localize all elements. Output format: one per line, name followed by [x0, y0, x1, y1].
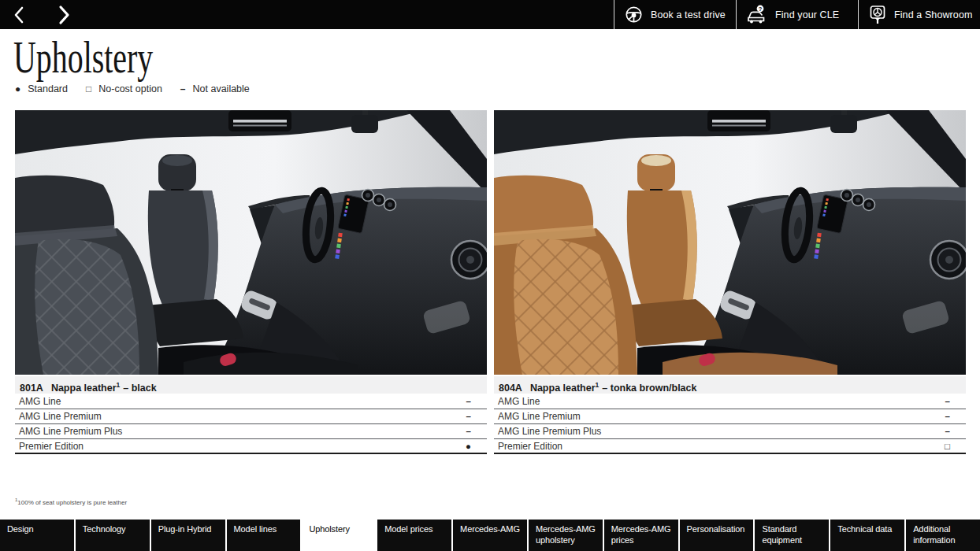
showroom-sign-icon — [869, 5, 886, 25]
topbar-button-label: Find your CLE — [775, 9, 839, 20]
availability-symbol: – — [945, 427, 966, 436]
top-bar: Book a test drive ? Find your CLE — [0, 0, 980, 29]
trim-label: AMG Line — [19, 396, 61, 407]
tab-technology[interactable]: Technology — [76, 520, 151, 551]
topbar-button-label: Book a test drive — [651, 9, 726, 20]
option-variant: – black — [123, 383, 156, 394]
table-row: Premier Edition ● — [15, 439, 487, 454]
availability-symbol: – — [466, 427, 487, 436]
legend-label: Standard — [28, 83, 68, 94]
option-caption: 801ANappa leather1– black — [15, 376, 487, 394]
table-row: AMG Line Premium Plus – — [15, 424, 487, 439]
next-page-button[interactable] — [53, 5, 73, 25]
trim-label: AMG Line Premium — [19, 411, 102, 422]
legend-item-standard: ● Standard — [15, 83, 68, 94]
upholstery-option-801A: 801ANappa leather1– black AMG Line – AMG… — [15, 110, 487, 454]
standard-symbol: ● — [15, 83, 20, 94]
table-row: AMG Line – — [15, 394, 487, 409]
chevron-right-icon — [54, 5, 72, 25]
option-name: Nappa leather — [530, 383, 596, 394]
legend-label: Not available — [193, 83, 250, 94]
topbar-spacer — [73, 0, 614, 29]
find-your-cle-button[interactable]: ? Find your CLE — [736, 0, 858, 29]
car-interior-illustration — [15, 110, 487, 375]
availability-table: AMG Line – AMG Line Premium – AMG Line P… — [15, 394, 487, 454]
trim-label: Premier Edition — [19, 441, 84, 452]
option-caption: 804ANappa leather1– tonka brown/black — [494, 376, 966, 394]
interior-image-black — [15, 110, 487, 375]
table-row: Premier Edition □ — [494, 439, 966, 454]
availability-legend: ● Standard □ No-cost option – Not availa… — [15, 83, 268, 94]
chevron-left-icon — [12, 6, 26, 24]
trim-label: AMG Line Premium — [498, 411, 581, 422]
tab-model-lines[interactable]: Model lines — [227, 520, 303, 551]
no-cost-symbol: □ — [86, 83, 91, 94]
previous-page-button[interactable] — [9, 5, 29, 25]
page-title: Upholstery — [13, 35, 153, 80]
trim-label: AMG Line Premium Plus — [498, 426, 601, 437]
availability-symbol: – — [466, 397, 487, 406]
option-code: 801A — [20, 383, 43, 394]
tab-mercedes-amg-upholstery[interactable]: Mercedes-AMG upholstery — [529, 520, 604, 551]
trim-label: Premier Edition — [498, 441, 562, 452]
not-available-symbol: – — [180, 83, 186, 94]
tab-model-prices[interactable]: Model prices — [377, 520, 453, 551]
table-row: AMG Line – — [494, 394, 966, 409]
car-interior-illustration — [494, 110, 966, 375]
trim-label: AMG Line — [498, 396, 540, 407]
availability-symbol: – — [945, 397, 966, 406]
tab-mercedes-amg[interactable]: Mercedes-AMG — [453, 520, 529, 551]
option-code: 804A — [499, 383, 522, 394]
availability-symbol: ● — [466, 442, 487, 451]
footnote-text: 100% of seat upholstery is pure leather — [17, 499, 127, 506]
legend-label: No-cost option — [98, 83, 162, 94]
tab-standard-equipment[interactable]: Standard equipment — [755, 520, 830, 551]
availability-table: AMG Line – AMG Line Premium – AMG Line P… — [494, 394, 966, 454]
book-test-drive-button[interactable]: Book a test drive — [614, 0, 736, 29]
legend-item-not-available: – Not available — [180, 83, 250, 94]
tab-additional-information[interactable]: Additional information — [906, 520, 980, 551]
table-row: AMG Line Premium Plus – — [494, 424, 966, 439]
tab-upholstery[interactable]: Upholstery — [302, 520, 377, 551]
car-question-icon: ? — [747, 5, 767, 24]
steering-wheel-icon — [625, 6, 643, 24]
footnote: 1100% of seat upholstery is pure leather — [15, 497, 127, 506]
topbar-button-label: Find a Showroom — [894, 9, 972, 20]
tab-mercedes-amg-prices[interactable]: Mercedes-AMG prices — [604, 520, 680, 551]
availability-symbol: – — [466, 412, 487, 421]
tab-plug-in-hybrid[interactable]: Plug-in Hybrid — [151, 520, 227, 551]
availability-symbol: □ — [945, 442, 966, 451]
availability-symbol: – — [945, 412, 966, 421]
tab-technical-data[interactable]: Technical data — [830, 520, 906, 551]
trim-label: AMG Line Premium Plus — [19, 426, 122, 437]
tab-personalisation[interactable]: Personalisation — [680, 520, 755, 551]
find-a-showroom-button[interactable]: Find a Showroom — [858, 0, 980, 29]
section-tab-bar: Design Technology Plug-in Hybrid Model l… — [0, 520, 980, 551]
option-name: Nappa leather — [51, 383, 117, 394]
upholstery-option-804A: 804ANappa leather1– tonka brown/black AM… — [494, 110, 966, 454]
table-row: AMG Line Premium – — [15, 409, 487, 424]
table-row: AMG Line Premium – — [494, 409, 966, 424]
tab-design[interactable]: Design — [0, 520, 76, 551]
option-variant: – tonka brown/black — [602, 383, 696, 394]
footnote-marker: 1 — [117, 381, 121, 389]
interior-image-tonka-brown — [494, 110, 966, 375]
page-nav-arrows — [0, 0, 73, 29]
legend-item-no-cost: □ No-cost option — [86, 83, 162, 94]
footnote-marker: 1 — [596, 381, 600, 389]
